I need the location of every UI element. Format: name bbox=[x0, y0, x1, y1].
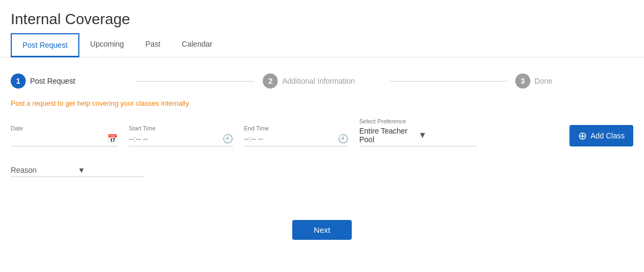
button-row: Next bbox=[11, 220, 633, 240]
date-field: Date 📅 bbox=[11, 125, 118, 146]
clock-icon-end[interactable]: 🕘 bbox=[338, 134, 349, 144]
step-line-1 bbox=[137, 81, 255, 82]
start-time-input-container[interactable]: 🕘 bbox=[129, 134, 233, 146]
select-preference-label: Select Preference bbox=[359, 118, 477, 124]
step-3-circle: 3 bbox=[515, 73, 530, 89]
stepper: 1 Post Request 2 Additional Information … bbox=[11, 73, 633, 89]
tab-calendar[interactable]: Calendar bbox=[171, 33, 223, 57]
page-title: Internal Coverage bbox=[0, 0, 644, 33]
select-preference-value: Entire Teacher Pool bbox=[359, 127, 418, 144]
plus-circle-icon: ⊕ bbox=[578, 129, 587, 142]
tabs-container: Post Request Upcoming Past Calendar bbox=[0, 33, 644, 57]
end-time-input[interactable] bbox=[244, 135, 338, 143]
step-3: 3 Done bbox=[515, 73, 633, 89]
step-2-label: Additional Information bbox=[282, 77, 354, 85]
date-input[interactable] bbox=[11, 135, 107, 143]
step-1: 1 Post Request bbox=[11, 73, 129, 89]
form-row-1: Date 📅 Start Time 🕘 End Time 🕘 Select Pr… bbox=[11, 118, 633, 146]
calendar-icon[interactable]: 📅 bbox=[107, 134, 118, 144]
chevron-down-icon[interactable]: ▼ bbox=[418, 130, 477, 140]
reason-container[interactable]: Reason ▼ bbox=[11, 166, 145, 177]
end-time-field: End Time 🕘 bbox=[244, 125, 349, 146]
tab-upcoming[interactable]: Upcoming bbox=[79, 33, 135, 57]
date-input-container[interactable]: 📅 bbox=[11, 134, 118, 146]
reason-chevron-down-icon[interactable]: ▼ bbox=[78, 166, 145, 174]
start-time-label: Start Time bbox=[129, 125, 233, 131]
step-3-label: Done bbox=[535, 77, 552, 85]
clock-icon-start[interactable]: 🕘 bbox=[223, 134, 233, 144]
select-preference-container[interactable]: Entire Teacher Pool ▼ bbox=[359, 127, 477, 146]
main-content: 1 Post Request 2 Additional Information … bbox=[0, 57, 644, 256]
add-class-button[interactable]: ⊕ Add Class bbox=[569, 125, 633, 146]
form-row-2: Reason Reason ▼ bbox=[11, 157, 633, 177]
step-1-label: Post Request bbox=[30, 77, 75, 85]
start-time-field: Start Time 🕘 bbox=[129, 125, 233, 146]
info-text: Post a request to get help covering your… bbox=[11, 99, 633, 107]
end-time-input-container[interactable]: 🕘 bbox=[244, 134, 349, 146]
start-time-input[interactable] bbox=[129, 135, 223, 143]
add-class-label: Add Class bbox=[590, 131, 625, 140]
step-2-circle: 2 bbox=[263, 73, 278, 89]
tab-post-request[interactable]: Post Request bbox=[11, 33, 79, 57]
end-time-label: End Time bbox=[244, 125, 349, 131]
date-label: Date bbox=[11, 125, 118, 131]
step-1-circle: 1 bbox=[11, 73, 26, 89]
reason-field: Reason Reason ▼ bbox=[11, 157, 145, 177]
select-preference-field: Select Preference Entire Teacher Pool ▼ bbox=[359, 118, 477, 146]
reason-placeholder: Reason bbox=[11, 166, 78, 174]
tab-past[interactable]: Past bbox=[135, 33, 171, 57]
step-line-2 bbox=[389, 81, 507, 82]
step-2: 2 Additional Information bbox=[263, 73, 381, 89]
next-button[interactable]: Next bbox=[292, 220, 352, 240]
